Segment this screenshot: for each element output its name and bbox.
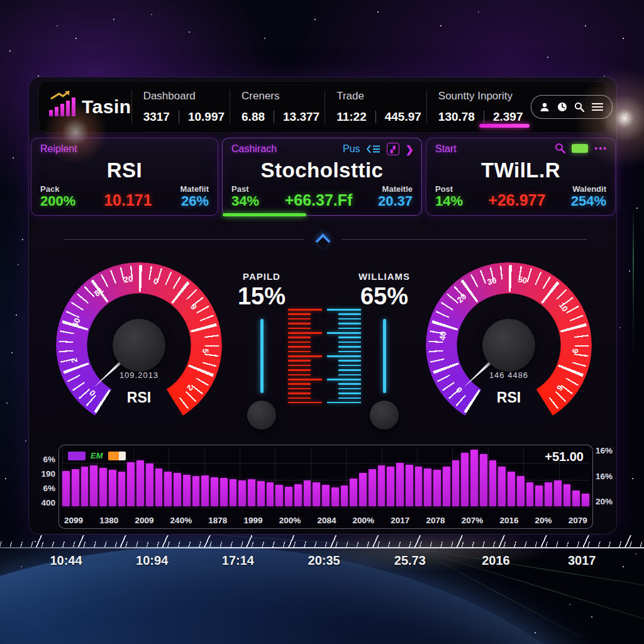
logo-arrow-icon xyxy=(50,90,72,100)
nav-active-underline xyxy=(479,124,530,128)
nav-value: 6.88 xyxy=(242,110,265,124)
user-icon[interactable] xyxy=(540,102,550,112)
y-axis-label: 6% xyxy=(43,455,55,464)
nav-item-label: Trade xyxy=(336,90,421,103)
stat-label: Matefiit xyxy=(180,185,209,194)
slider-track[interactable] xyxy=(260,319,264,393)
bar xyxy=(359,473,367,506)
bar xyxy=(396,463,404,506)
bar xyxy=(461,453,469,506)
bar xyxy=(313,482,320,506)
bar xyxy=(127,462,135,506)
bar xyxy=(304,480,311,506)
timeline-label: 20:35 xyxy=(308,553,340,568)
bar xyxy=(230,479,237,506)
bar xyxy=(248,479,255,506)
bar xyxy=(136,460,144,506)
indicator-card-rsi: Reiplent RSI Pack200% 10.171 Matefiit26% xyxy=(31,138,218,216)
nav-item-creners[interactable]: Creners 6.8813.377 xyxy=(230,90,325,124)
stat-label: Pack xyxy=(40,185,75,194)
bar xyxy=(554,480,562,506)
card-header-icons: Pus ▞ ❯ xyxy=(343,143,414,155)
bar xyxy=(424,469,431,506)
slider-knob[interactable] xyxy=(247,401,276,430)
bar xyxy=(155,469,163,506)
bar xyxy=(470,450,478,506)
x-axis-label: 1999 xyxy=(244,516,263,525)
y-axis-label: 16% xyxy=(596,446,621,455)
slider-williams: WILLIAMS 65% xyxy=(347,271,422,430)
bar xyxy=(545,482,552,506)
bar xyxy=(99,468,107,506)
y-axis-label: 16% xyxy=(596,472,621,481)
bar xyxy=(452,460,460,506)
search-icon[interactable] xyxy=(574,102,584,112)
nav-item-dashboard[interactable]: Dashboard 331710.997 xyxy=(131,90,230,124)
bar xyxy=(378,465,386,506)
bar xyxy=(164,472,172,506)
slider-track[interactable] xyxy=(383,319,386,393)
y-axis-label: 400 xyxy=(41,498,55,508)
bar xyxy=(118,472,126,506)
bar xyxy=(341,486,348,506)
search-icon[interactable] xyxy=(555,143,565,153)
gauge-name: RSI xyxy=(426,389,592,406)
gauge-hub xyxy=(113,319,165,372)
chart-box-icon[interactable]: ▞ xyxy=(387,143,399,155)
timeline-label: 3017 xyxy=(568,553,596,568)
nav-item-label: Dashboard xyxy=(143,90,225,103)
chart-plot-area xyxy=(62,448,589,506)
clock-icon[interactable] xyxy=(557,102,567,112)
slider-knob[interactable] xyxy=(370,401,399,430)
bar xyxy=(72,469,79,506)
stat-value: 254% xyxy=(571,194,606,209)
bar xyxy=(564,484,571,506)
stat-label: Past xyxy=(231,185,259,194)
slider-value: 65% xyxy=(347,283,422,310)
green-beam xyxy=(633,208,634,358)
bar xyxy=(183,475,191,506)
bar xyxy=(90,465,97,506)
chevron-up-icon[interactable] xyxy=(315,233,330,248)
nav-value: 10.997 xyxy=(188,110,225,124)
timeline-minor-ticks xyxy=(0,541,644,547)
bar xyxy=(582,494,589,506)
bar xyxy=(526,482,534,506)
nav-value: 11:22 xyxy=(336,110,367,124)
bar xyxy=(517,476,525,506)
chevron-right-icon[interactable]: ❯ xyxy=(406,143,414,155)
nav-value: 445.97 xyxy=(385,110,421,124)
nav-item-sountty-inpority[interactable]: Sountty Inpority 130.782.397 xyxy=(426,90,528,124)
card-stats: Post14% +26.977 Walendit254% xyxy=(435,185,606,209)
ruler-red xyxy=(288,309,323,403)
x-axis-label: 240% xyxy=(170,516,192,525)
bar xyxy=(498,467,506,506)
x-axis-label: 1878 xyxy=(208,516,227,525)
stat-label: Mateitle xyxy=(378,185,413,194)
toggle-indicator[interactable] xyxy=(572,144,588,153)
bar xyxy=(508,472,515,506)
x-axis-label: 2084 xyxy=(317,516,336,525)
menu-icon[interactable] xyxy=(592,103,603,111)
x-axis-label: 200% xyxy=(353,516,375,525)
app-logo[interactable]: Tasin xyxy=(39,96,131,118)
list-icon[interactable] xyxy=(367,145,380,153)
bar xyxy=(350,479,357,506)
gauge-name: RSI xyxy=(56,389,222,406)
more-options-icon[interactable]: ••• xyxy=(594,143,608,153)
bar-series xyxy=(62,443,589,506)
progress-bar xyxy=(223,213,306,216)
nav-item-trade[interactable]: Trade 11:22445.97 xyxy=(325,90,426,124)
bar xyxy=(238,480,246,506)
card-header: Cashirach xyxy=(231,143,277,155)
bar xyxy=(109,470,116,506)
x-axis-label: 207% xyxy=(462,516,484,525)
bar xyxy=(146,464,153,506)
gauge-tick-label: 5 xyxy=(201,348,211,354)
x-axis-label: 2079 xyxy=(569,516,587,525)
card-stats: Past34% +66.37.Ff Mateitle20.37 xyxy=(231,185,413,209)
pus-link[interactable]: Pus xyxy=(343,143,360,155)
slider-label: WILLIAMS xyxy=(347,271,422,282)
dashboard-panel: Tasin Dashboard 331710.997 Creners 6.881… xyxy=(28,77,617,535)
stat-value: 200% xyxy=(40,194,75,209)
